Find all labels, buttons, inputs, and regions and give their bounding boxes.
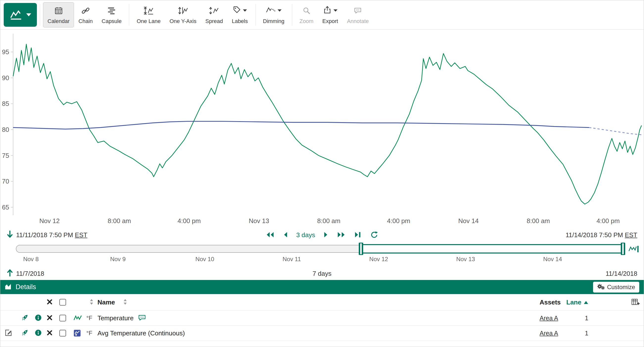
magnifier-icon xyxy=(302,6,311,16)
x-tick-label: 8:00 am xyxy=(527,217,550,224)
toolbar-button-calendar[interactable]: Calendar xyxy=(43,2,74,28)
overview-tick-label: Nov 8 xyxy=(23,256,39,263)
gears-icon xyxy=(597,283,605,291)
step-to-now-button[interactable] xyxy=(353,230,363,240)
rocket-icon xyxy=(21,329,28,337)
x-tick-label: 8:00 am xyxy=(108,217,131,224)
toolbar-button-label: Dimming xyxy=(263,18,284,24)
remove-icon xyxy=(46,299,53,306)
remove-item-button[interactable] xyxy=(46,314,53,322)
toolbar-button-capsule[interactable]: Capsule xyxy=(97,2,126,28)
item-unit: °F xyxy=(86,314,92,322)
toolbar-button-one-y-axis[interactable]: One Y-Axis xyxy=(165,2,201,28)
toolbar-button-zoom[interactable]: Zoom xyxy=(295,2,318,28)
sort-type-button[interactable] xyxy=(90,298,94,306)
select-all-checkbox[interactable] xyxy=(60,299,66,306)
toolbar-button-annotate[interactable]: Annotate xyxy=(342,2,373,28)
toolbar-button-spread[interactable]: Spread xyxy=(201,2,227,28)
column-header-name[interactable]: Name xyxy=(98,298,115,306)
auto-update-button[interactable] xyxy=(370,230,379,240)
rocket-icon xyxy=(21,314,28,322)
item-info-button[interactable] xyxy=(35,314,42,322)
toolbar-button-labels[interactable]: Labels xyxy=(227,2,252,28)
asset-link[interactable]: Area A xyxy=(540,330,558,337)
investigate-range-row: 11/7/2018 7 days 11/14/2018 xyxy=(0,267,644,280)
double-left-triangle-icon xyxy=(266,231,275,239)
double-right-triangle-icon xyxy=(336,231,346,239)
toolbar-button-label: Zoom xyxy=(300,18,314,24)
investigate-end-date[interactable]: 11/14/2018 xyxy=(606,270,637,278)
y-tick-label: 65 xyxy=(2,204,9,211)
chain-icon xyxy=(82,6,90,16)
toolbar-button-label: Calendar xyxy=(48,18,70,24)
item-name[interactable]: Temperature xyxy=(98,314,134,322)
toolbar-button-label: Chain xyxy=(78,18,92,24)
item-name[interactable]: Avg Temperature (Continuous) xyxy=(98,330,185,337)
add-column-button[interactable] xyxy=(632,298,640,306)
comment-button[interactable] xyxy=(138,314,146,322)
left-triangle-icon xyxy=(283,231,289,239)
right-triangle-icon xyxy=(322,231,328,239)
asset-link[interactable]: Area A xyxy=(540,314,558,322)
area-chart-icon xyxy=(4,283,12,291)
line-chart-icon xyxy=(10,9,23,21)
capsule-time-icon xyxy=(107,6,116,16)
select-item-checkbox[interactable] xyxy=(60,330,66,336)
step-forward-half-button[interactable] xyxy=(322,230,329,240)
overview-tick-label: Nov 10 xyxy=(196,256,214,263)
x-tick-label: 4:00 pm xyxy=(596,217,620,224)
signal-icon xyxy=(74,314,82,322)
display-range-duration[interactable]: 3 days xyxy=(296,231,315,239)
toolbar-button-dimming[interactable]: Dimming xyxy=(258,2,289,28)
edit-formula-button[interactable] xyxy=(5,329,12,337)
item-info-button[interactable] xyxy=(35,330,42,337)
slider-right-handle[interactable] xyxy=(621,243,625,255)
y-tick-label: 95 xyxy=(2,48,9,56)
overview-tick-label: Nov 11 xyxy=(282,256,301,263)
y-tick-label: 85 xyxy=(2,100,9,107)
toolbar-button-label: Export xyxy=(322,18,338,24)
investigate-start-date[interactable]: 11/7/2018 xyxy=(16,270,44,278)
slider-left-handle[interactable] xyxy=(359,243,363,255)
item-unit: °F xyxy=(86,330,92,336)
timezone-link[interactable]: EST xyxy=(625,231,637,239)
range-start-datetime[interactable]: 11/11/2018 7:50 PM EST xyxy=(16,231,87,239)
y-tick-label: 75 xyxy=(2,152,9,159)
range-end-datetime[interactable]: 11/14/2018 7:50 PM EST xyxy=(566,231,637,239)
y-tick-label: 90 xyxy=(2,74,9,82)
trend-toolbar: Calendar Chain Capsule xyxy=(0,0,644,30)
asset-swap-button[interactable] xyxy=(21,314,28,322)
step-back-half-button[interactable] xyxy=(282,230,289,240)
table-row-avg-temperature: °F Avg Temperature (Continuous) Area A 1 xyxy=(0,326,644,341)
overview-range-button[interactable] xyxy=(627,244,640,255)
slider-selected-range[interactable] xyxy=(361,244,623,254)
trend-chart[interactable]: 95908580757065Nov 128:00 am4:00 pmNov 13… xyxy=(0,30,644,228)
sort-icon xyxy=(123,298,127,306)
view-selector-dropdown[interactable] xyxy=(4,3,37,27)
item-name-cell: Temperature xyxy=(98,314,146,322)
step-forward-full-button[interactable] xyxy=(336,230,346,240)
customize-button[interactable]: Customize xyxy=(593,282,639,292)
timezone-link[interactable]: EST xyxy=(75,231,88,239)
export-icon xyxy=(323,6,332,16)
column-header-lane[interactable]: Lane xyxy=(566,298,588,306)
range-start-arrow-down-icon xyxy=(7,230,13,240)
select-item-checkbox[interactable] xyxy=(60,315,66,322)
toolbar-button-chain[interactable]: Chain xyxy=(74,2,97,28)
step-back-full-button[interactable] xyxy=(265,230,275,240)
remove-item-button[interactable] xyxy=(46,330,53,336)
customize-button-label: Customize xyxy=(607,284,635,290)
toolbar-button-export[interactable]: Export xyxy=(318,2,343,28)
investigate-range-slider: Nov 8Nov 9Nov 10Nov 11Nov 12Nov 13Nov 14 xyxy=(0,242,644,267)
column-header-assets: Assets xyxy=(540,298,560,306)
chevron-down-icon xyxy=(334,10,338,12)
table-row-temperature: °F Temperature Area A 1 xyxy=(0,311,644,326)
toolbar-button-one-lane[interactable]: One Lane xyxy=(132,2,165,28)
tag-icon xyxy=(232,6,241,16)
asset-swap-button[interactable] xyxy=(21,329,28,337)
remove-all-button[interactable] xyxy=(46,299,53,306)
toolbar-button-label: One Y-Axis xyxy=(170,18,196,24)
investigate-range-duration[interactable]: 7 days xyxy=(312,270,332,278)
sort-name-button[interactable] xyxy=(123,298,127,306)
display-range-row: 11/11/2018 7:50 PM EST 3 days xyxy=(0,228,644,242)
